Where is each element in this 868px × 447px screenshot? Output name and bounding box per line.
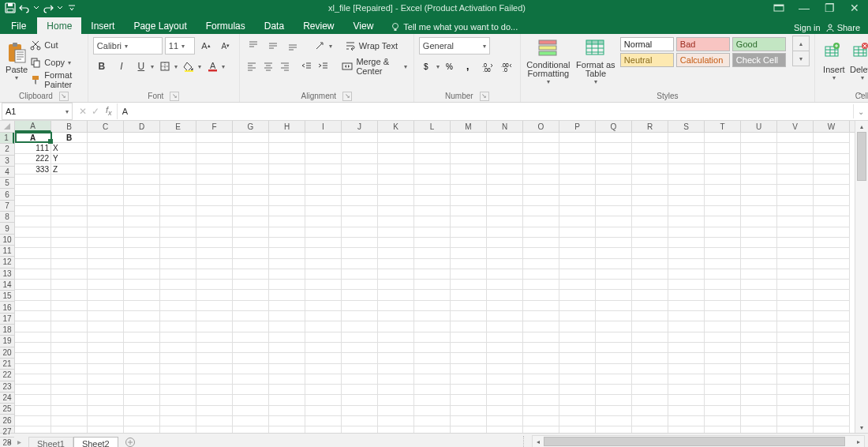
cell-D19[interactable] — [124, 321, 160, 332]
tell-me[interactable]: Tell me what you want to do... — [391, 22, 518, 34]
collapse-ribbon-icon[interactable]: ⌃ — [857, 92, 863, 100]
cell-T15[interactable] — [705, 280, 741, 290]
cell-V24[interactable] — [777, 374, 814, 385]
cell-M26[interactable] — [451, 395, 487, 405]
cell-B19[interactable] — [51, 321, 88, 332]
cell-W26[interactable] — [814, 395, 850, 405]
cell-F1[interactable] — [196, 133, 233, 143]
cell-H10[interactable] — [269, 227, 305, 238]
cell-I21[interactable] — [305, 343, 342, 353]
cell-V2[interactable] — [777, 143, 814, 153]
clipboard-dialog-launcher[interactable]: ↘ — [59, 92, 69, 101]
cell-L13[interactable] — [414, 259, 451, 269]
cell-A7[interactable] — [15, 196, 51, 206]
cell-H24[interactable] — [269, 374, 305, 385]
cell-O20[interactable] — [523, 332, 559, 343]
cell-V25[interactable] — [777, 385, 814, 395]
cell-A11[interactable] — [15, 238, 51, 248]
cell-F2[interactable] — [196, 143, 233, 153]
cell-Q6[interactable] — [596, 185, 632, 195]
cell-W20[interactable] — [814, 332, 850, 343]
cell-L22[interactable] — [414, 353, 451, 363]
cell-J2[interactable] — [342, 143, 378, 153]
cell-M3[interactable] — [451, 154, 487, 164]
cell-W15[interactable] — [814, 280, 850, 290]
cell-W9[interactable] — [814, 216, 850, 227]
cell-Q21[interactable] — [596, 343, 632, 353]
cell-O4[interactable] — [523, 164, 559, 175]
cell-G19[interactable] — [233, 321, 269, 332]
cell-V19[interactable] — [777, 321, 814, 332]
cell-W8[interactable] — [814, 206, 850, 216]
cell-Q4[interactable] — [596, 164, 632, 175]
cell-K6[interactable] — [378, 185, 414, 195]
cell-R28[interactable] — [632, 416, 668, 426]
col-header-C[interactable]: C — [88, 121, 124, 132]
redo-dropdown-icon[interactable] — [57, 2, 63, 13]
cell-Q23[interactable] — [596, 364, 632, 374]
cell-D23[interactable] — [124, 364, 160, 374]
cell-A13[interactable] — [15, 259, 51, 269]
align-bottom-icon[interactable] — [284, 37, 301, 54]
cell-M23[interactable] — [451, 364, 487, 374]
cell-C8[interactable] — [88, 206, 124, 216]
qat-customize-icon[interactable] — [66, 2, 77, 13]
number-format-combo[interactable]: General▾ — [419, 37, 490, 54]
cell-L14[interactable] — [414, 269, 451, 280]
cell-P1[interactable] — [559, 133, 596, 143]
cell-G9[interactable] — [233, 216, 269, 227]
cell-G16[interactable] — [233, 290, 269, 300]
cell-V28[interactable] — [777, 416, 814, 426]
cell-U1[interactable] — [741, 133, 777, 143]
cell-N11[interactable] — [487, 238, 523, 248]
col-header-M[interactable]: M — [451, 121, 487, 132]
cell-S4[interactable] — [668, 164, 705, 175]
col-header-K[interactable]: K — [378, 121, 414, 132]
cell-B13[interactable] — [51, 259, 88, 269]
cell-F11[interactable] — [196, 238, 233, 248]
cell-F13[interactable] — [196, 259, 233, 269]
cell-J29[interactable] — [342, 426, 378, 433]
cell-L1[interactable] — [414, 133, 451, 143]
cell-W6[interactable] — [814, 185, 850, 195]
cell-K9[interactable] — [378, 216, 414, 227]
cell-B23[interactable] — [51, 364, 88, 374]
cell-B29[interactable] — [51, 426, 88, 433]
cell-M1[interactable] — [451, 133, 487, 143]
row-header-4[interactable]: 4 — [0, 167, 14, 178]
cell-N9[interactable] — [487, 216, 523, 227]
cell-J7[interactable] — [342, 196, 378, 206]
cell-P8[interactable] — [559, 206, 596, 216]
cell-S5[interactable] — [668, 175, 705, 185]
cell-O21[interactable] — [523, 343, 559, 353]
cell-R16[interactable] — [632, 290, 668, 300]
cell-U10[interactable] — [741, 227, 777, 238]
cell-J22[interactable] — [342, 353, 378, 363]
row-header-28[interactable]: 28 — [0, 438, 14, 447]
cell-N4[interactable] — [487, 164, 523, 175]
cell-C24[interactable] — [88, 374, 124, 385]
cell-H14[interactable] — [269, 269, 305, 280]
cell-E14[interactable] — [160, 269, 196, 280]
cell-R10[interactable] — [632, 227, 668, 238]
cell-S24[interactable] — [668, 374, 705, 385]
maximize-icon[interactable]: ❐ — [822, 1, 836, 15]
cell-Q25[interactable] — [596, 385, 632, 395]
cell-E29[interactable] — [160, 426, 196, 433]
cell-E21[interactable] — [160, 343, 196, 353]
cell-E27[interactable] — [160, 406, 196, 416]
cell-E10[interactable] — [160, 227, 196, 238]
cell-T20[interactable] — [705, 332, 741, 343]
cell-R19[interactable] — [632, 321, 668, 332]
cell-S12[interactable] — [668, 248, 705, 258]
cell-M29[interactable] — [451, 426, 487, 433]
align-left-icon[interactable] — [245, 58, 259, 75]
cell-K10[interactable] — [378, 227, 414, 238]
cell-Q14[interactable] — [596, 269, 632, 280]
cell-D12[interactable] — [124, 248, 160, 258]
cell-G27[interactable] — [233, 406, 269, 416]
scroll-right-icon[interactable]: ▸ — [853, 438, 864, 445]
cell-R27[interactable] — [632, 406, 668, 416]
cell-B3[interactable]: Y — [51, 154, 88, 164]
cell-G17[interactable] — [233, 301, 269, 311]
